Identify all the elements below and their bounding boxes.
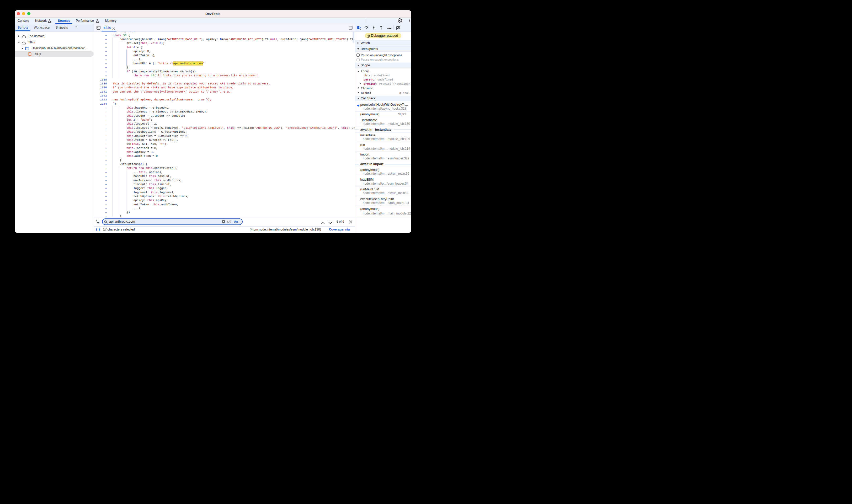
svg-text:A: A xyxy=(96,219,97,222)
svg-text:B: B xyxy=(98,221,100,224)
